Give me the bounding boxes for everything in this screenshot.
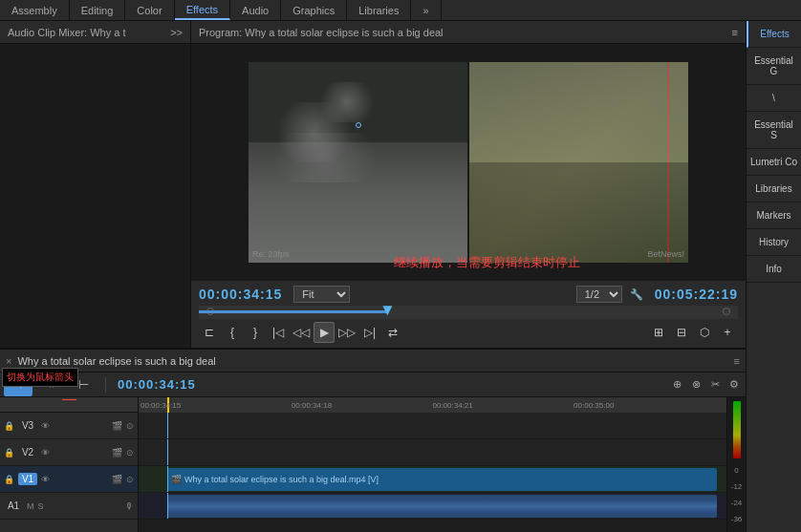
right-panel-essential-s[interactable]: Essential S <box>747 112 801 149</box>
track-row-v1: 🔒 V1 👁 🎬 ⊙ <box>0 466 138 493</box>
timeline-body: 🔒 V3 👁 🎬 ⊙ 🔒 V2 👁 🎬 ⊙ <box>0 397 746 532</box>
right-panel: Effects Essential G \ Essential S Lumetr… <box>746 21 801 532</box>
v2-track[interactable] <box>139 439 726 466</box>
fit-selector[interactable]: Fit 100% 50% <box>293 286 350 303</box>
a1-track[interactable] <box>139 493 726 520</box>
right-panel-markers[interactable]: Markers <box>747 202 801 229</box>
timeline-magnet-icon[interactable]: ⊗ <box>688 377 704 393</box>
eye-v2[interactable]: 👁 <box>41 448 50 458</box>
nav-color[interactable]: Color <box>125 0 174 20</box>
add-marker-button[interactable]: + <box>717 322 738 343</box>
transport-controls: ⊏ { } |◁ ◁◁ ▶ ▷▷ ▷| ⇄ ⊞ ⊟ ⬡ + <box>191 319 746 346</box>
monitor-menu-icon[interactable]: ≡ <box>732 27 738 38</box>
eye-v1[interactable]: 👁 <box>41 475 50 484</box>
film-v2[interactable]: 🎬 <box>112 448 122 458</box>
vol-mark-2: -24 <box>731 499 743 507</box>
go-out-button[interactable]: ▷| <box>359 322 380 343</box>
playhead-line-v2 <box>167 439 168 465</box>
video-right: BetNews! <box>469 62 688 263</box>
toggle-v1[interactable]: ⊙ <box>126 475 134 484</box>
timeline-scissors-icon[interactable]: ✂ <box>707 377 723 393</box>
program-monitor: Program: Why a total solar eclipse is su… <box>191 21 746 348</box>
play-button[interactable]: ▶ <box>314 322 335 343</box>
right-panel-effects[interactable]: Effects <box>747 21 801 48</box>
track-row-v2: 🔒 V2 👁 🎬 ⊙ <box>0 439 138 466</box>
expand-arrow[interactable]: >> <box>170 27 183 38</box>
overwrite-button[interactable]: ⊟ <box>671 322 692 343</box>
loop-button[interactable]: ⇄ <box>382 322 403 343</box>
monitor-controls: 00:00:34:15 Fit 100% 50% 1/2 Full 1/4 � <box>191 281 746 348</box>
playhead-bar-inner <box>199 306 738 319</box>
eye-v3[interactable]: 👁 <box>41 421 50 431</box>
video-clip-label: Why a total solar eclipse is such a big … <box>184 475 379 484</box>
right-panel-libraries[interactable]: Libraries <box>747 176 801 202</box>
toggle-v3[interactable]: ⊙ <box>126 421 134 431</box>
track-row-a1: A1 M S 🎙 <box>0 493 138 520</box>
lock-v1[interactable]: 🔒 <box>4 475 14 484</box>
clip-mixer-header: Audio Clip Mixer: Why a t >> <box>0 21 190 44</box>
lock-v3[interactable]: 🔒 <box>4 421 14 431</box>
mute-a1[interactable]: M <box>27 501 34 511</box>
timeline-tracks-area[interactable]: 00:00:34:15 00:00:34:18 00:00:34:21 00:0… <box>139 397 726 532</box>
mark-in-button[interactable]: { <box>222 322 243 343</box>
monitor-title: Program: Why a total solar eclipse is su… <box>199 27 444 38</box>
timeline-timecode: 00:00:34:15 <box>118 377 196 392</box>
annotation-switch-tool: 切换为鼠标箭头 <box>2 368 78 387</box>
timeline-settings-icon[interactable]: ⚙ <box>726 377 742 393</box>
top-nav: Assembly Editing Color Effects Audio Gra… <box>0 0 801 21</box>
insert-button[interactable]: ⊞ <box>648 322 669 343</box>
timeline-menu-icon[interactable]: ≡ <box>734 355 740 367</box>
track-label-v3: V3 <box>18 420 37 431</box>
nav-assembly[interactable]: Assembly <box>0 0 70 20</box>
audio-clip-a1[interactable] <box>167 495 717 518</box>
prev-edit-button[interactable]: ⊏ <box>199 322 220 343</box>
timeline-close-btn[interactable]: × <box>6 355 11 367</box>
circle-right <box>723 308 730 315</box>
toggle-v2[interactable]: ⊙ <box>126 448 134 458</box>
timecode-right: 00:05:22:19 <box>655 287 738 302</box>
monitor-header: Program: Why a total solar eclipse is su… <box>191 21 746 44</box>
video-clip-v1[interactable]: 🎬 Why a total solar eclipse is such a bi… <box>167 468 717 491</box>
film-v3[interactable]: 🎬 <box>112 421 122 431</box>
track-row-v3: 🔒 V3 👁 🎬 ⊙ <box>0 413 138 439</box>
video-display: Re: 23fps BetNews! 继续播放，当需要剪辑结束时停止 <box>191 44 746 281</box>
timecode-left: 00:00:34:15 <box>199 287 282 302</box>
nav-more[interactable]: » <box>411 0 441 20</box>
right-panel-info[interactable]: Info <box>747 256 801 283</box>
ruler-mark-0: 00:00:34:15 <box>141 401 181 410</box>
nav-effects[interactable]: Effects <box>175 0 230 20</box>
eclipse-marker <box>356 122 361 128</box>
timeline-tools-row: ↖ ↠ ⊢ 00:00:34:15 ⊕ ⊗ ✂ ⚙ <box>0 372 746 397</box>
mic-a1[interactable]: 🎙 <box>125 501 134 511</box>
clip-mixer-title: Audio Clip Mixer: Why a t <box>8 27 125 38</box>
vol-mark-1: -12 <box>731 482 743 491</box>
v3-track[interactable] <box>139 413 726 439</box>
playhead-bar[interactable] <box>199 306 738 319</box>
timeline-snap-icon[interactable]: ⊕ <box>669 377 684 393</box>
nav-graphics[interactable]: Graphics <box>281 0 347 20</box>
lock-v2[interactable]: 🔒 <box>4 448 14 458</box>
rewind-button[interactable]: ◁◁ <box>291 322 312 343</box>
go-in-button[interactable]: |◁ <box>268 322 289 343</box>
nav-audio[interactable]: Audio <box>230 0 281 20</box>
mark-out-button[interactable]: } <box>245 322 266 343</box>
v1-track[interactable]: 🎬 Why a total solar eclipse is such a bi… <box>139 466 726 493</box>
video-left: Re: 23fps <box>249 62 467 263</box>
right-panel-essential-g[interactable]: Essential G <box>747 48 801 85</box>
solo-a1[interactable]: S <box>38 501 44 511</box>
volume-meter: 0 -12 -24 -36 <box>726 397 746 532</box>
wrench-icon[interactable]: 🔧 <box>630 288 643 301</box>
fast-fwd-button[interactable]: ▷▷ <box>336 322 357 343</box>
nav-editing[interactable]: Editing <box>70 0 126 20</box>
quality-selector[interactable]: 1/2 Full 1/4 <box>576 286 622 303</box>
film-v1[interactable]: 🎬 <box>112 475 122 484</box>
volume-bar-left <box>733 401 741 458</box>
right-panel-history[interactable]: History <box>747 229 801 256</box>
vol-mark-0: 0 <box>734 466 738 475</box>
timecode-row: 00:00:34:15 Fit 100% 50% 1/2 Full 1/4 � <box>191 283 746 306</box>
ruler-mark-3: 00:00:35:00 <box>574 401 614 410</box>
right-panel-lumetri[interactable]: Lumetri Co <box>747 149 801 176</box>
video-tc-right: BetNews! <box>647 249 684 259</box>
export-frame-button[interactable]: ⬡ <box>694 322 715 343</box>
nav-libraries[interactable]: Libraries <box>347 0 411 20</box>
